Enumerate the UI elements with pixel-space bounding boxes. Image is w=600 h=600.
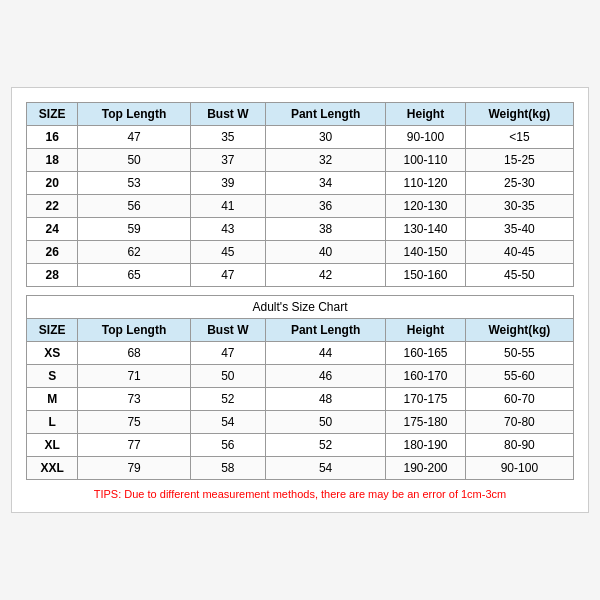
table-row: XXL795854190-20090-100 bbox=[27, 457, 574, 480]
table-cell: 53 bbox=[78, 172, 191, 195]
children-tbody: 1647353090-100<1518503732100-11015-25205… bbox=[27, 126, 574, 287]
table-cell: 65 bbox=[78, 264, 191, 287]
table-cell: 47 bbox=[190, 264, 265, 287]
table-cell: 52 bbox=[265, 434, 385, 457]
tips-text: TIPS: Due to different measurement metho… bbox=[94, 488, 506, 500]
table-row: 28654742150-16045-50 bbox=[27, 264, 574, 287]
adult-section-title-row: Adult's Size Chart bbox=[27, 296, 574, 319]
table-row: 1647353090-100<15 bbox=[27, 126, 574, 149]
table-cell: 75 bbox=[78, 411, 191, 434]
table-cell: 35 bbox=[190, 126, 265, 149]
table-cell: 15-25 bbox=[465, 149, 573, 172]
table-cell: S bbox=[27, 365, 78, 388]
table-cell: M bbox=[27, 388, 78, 411]
table-cell: 47 bbox=[78, 126, 191, 149]
table-cell: 56 bbox=[190, 434, 265, 457]
table-cell: 46 bbox=[265, 365, 385, 388]
table-cell: 34 bbox=[265, 172, 385, 195]
table-cell: <15 bbox=[465, 126, 573, 149]
table-cell: 36 bbox=[265, 195, 385, 218]
table-cell: 44 bbox=[265, 342, 385, 365]
table-row: XS684744160-16550-55 bbox=[27, 342, 574, 365]
adult-col-height: Height bbox=[386, 319, 465, 342]
table-cell: 80-90 bbox=[465, 434, 573, 457]
table-row: S715046160-17055-60 bbox=[27, 365, 574, 388]
table-cell: 35-40 bbox=[465, 218, 573, 241]
table-cell: 62 bbox=[78, 241, 191, 264]
table-cell: 37 bbox=[190, 149, 265, 172]
table-row: M735248170-17560-70 bbox=[27, 388, 574, 411]
table-cell: XL bbox=[27, 434, 78, 457]
children-table: SIZE Top Length Bust W Pant Length Heigh… bbox=[26, 102, 574, 287]
table-cell: 73 bbox=[78, 388, 191, 411]
adult-col-weight: Weight(kg) bbox=[465, 319, 573, 342]
table-cell: 16 bbox=[27, 126, 78, 149]
table-cell: 56 bbox=[78, 195, 191, 218]
table-cell: 160-165 bbox=[386, 342, 465, 365]
adult-table: Adult's Size Chart SIZE Top Length Bust … bbox=[26, 295, 574, 480]
table-cell: 42 bbox=[265, 264, 385, 287]
table-cell: 110-120 bbox=[386, 172, 465, 195]
table-cell: 170-175 bbox=[386, 388, 465, 411]
table-cell: 175-180 bbox=[386, 411, 465, 434]
table-cell: 60-70 bbox=[465, 388, 573, 411]
children-col-weight: Weight(kg) bbox=[465, 103, 573, 126]
table-cell: 32 bbox=[265, 149, 385, 172]
table-cell: 18 bbox=[27, 149, 78, 172]
adult-section-title: Adult's Size Chart bbox=[27, 296, 574, 319]
table-cell: 120-130 bbox=[386, 195, 465, 218]
adult-header-row: SIZE Top Length Bust W Pant Length Heigh… bbox=[27, 319, 574, 342]
table-cell: 190-200 bbox=[386, 457, 465, 480]
table-cell: 71 bbox=[78, 365, 191, 388]
table-cell: 25-30 bbox=[465, 172, 573, 195]
tips-row: TIPS: Due to different measurement metho… bbox=[26, 488, 574, 500]
table-cell: 47 bbox=[190, 342, 265, 365]
adult-col-bustw: Bust W bbox=[190, 319, 265, 342]
table-cell: 150-160 bbox=[386, 264, 465, 287]
table-cell: 20 bbox=[27, 172, 78, 195]
table-cell: 68 bbox=[78, 342, 191, 365]
table-cell: 100-110 bbox=[386, 149, 465, 172]
table-cell: 39 bbox=[190, 172, 265, 195]
table-cell: 55-60 bbox=[465, 365, 573, 388]
table-row: 18503732100-11015-25 bbox=[27, 149, 574, 172]
children-col-bustw: Bust W bbox=[190, 103, 265, 126]
table-cell: 59 bbox=[78, 218, 191, 241]
table-cell: 30-35 bbox=[465, 195, 573, 218]
table-cell: 24 bbox=[27, 218, 78, 241]
table-cell: 22 bbox=[27, 195, 78, 218]
table-cell: 77 bbox=[78, 434, 191, 457]
table-cell: 140-150 bbox=[386, 241, 465, 264]
table-cell: 45-50 bbox=[465, 264, 573, 287]
table-cell: 54 bbox=[265, 457, 385, 480]
table-cell: XS bbox=[27, 342, 78, 365]
table-row: 20533934110-12025-30 bbox=[27, 172, 574, 195]
adult-col-toplength: Top Length bbox=[78, 319, 191, 342]
table-cell: 50-55 bbox=[465, 342, 573, 365]
chart-container: SIZE Top Length Bust W Pant Length Heigh… bbox=[11, 87, 589, 513]
table-cell: 40-45 bbox=[465, 241, 573, 264]
table-cell: 160-170 bbox=[386, 365, 465, 388]
table-cell: L bbox=[27, 411, 78, 434]
table-cell: 28 bbox=[27, 264, 78, 287]
table-cell: 50 bbox=[265, 411, 385, 434]
table-cell: 30 bbox=[265, 126, 385, 149]
children-col-size: SIZE bbox=[27, 103, 78, 126]
table-cell: 48 bbox=[265, 388, 385, 411]
adult-tbody: XS684744160-16550-55S715046160-17055-60M… bbox=[27, 342, 574, 480]
table-cell: 40 bbox=[265, 241, 385, 264]
table-cell: 50 bbox=[78, 149, 191, 172]
table-cell: 45 bbox=[190, 241, 265, 264]
table-cell: 180-190 bbox=[386, 434, 465, 457]
table-cell: 79 bbox=[78, 457, 191, 480]
table-cell: XXL bbox=[27, 457, 78, 480]
table-cell: 90-100 bbox=[386, 126, 465, 149]
adult-col-size: SIZE bbox=[27, 319, 78, 342]
table-cell: 38 bbox=[265, 218, 385, 241]
children-col-toplength: Top Length bbox=[78, 103, 191, 126]
table-cell: 50 bbox=[190, 365, 265, 388]
table-cell: 90-100 bbox=[465, 457, 573, 480]
adult-col-pantlength: Pant Length bbox=[265, 319, 385, 342]
table-row: 22564136120-13030-35 bbox=[27, 195, 574, 218]
table-cell: 43 bbox=[190, 218, 265, 241]
